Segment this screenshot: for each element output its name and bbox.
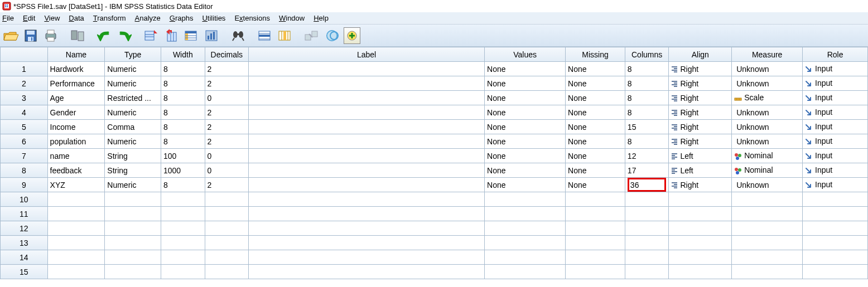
row-header[interactable]: 1 (1, 62, 48, 76)
row-header[interactable]: 5 (1, 120, 48, 134)
cell-columns[interactable]: 8 (625, 91, 669, 105)
find-icon[interactable] (230, 27, 247, 44)
cell-decimals[interactable]: 2 (205, 105, 249, 120)
row-header[interactable]: 15 (1, 265, 48, 279)
table-row-empty[interactable]: 11 (1, 207, 868, 221)
cell-type[interactable]: String (105, 163, 161, 178)
cell-type[interactable]: Comma (105, 120, 161, 134)
cell-role[interactable]: Input (803, 105, 868, 120)
menu-file[interactable]: File (2, 14, 14, 22)
row-header[interactable]: 10 (1, 192, 48, 207)
cell-label[interactable] (249, 105, 485, 120)
cell-missing[interactable]: None (566, 91, 625, 105)
cell-label[interactable] (249, 62, 485, 76)
variable-view-grid[interactable]: Name Type Width Decimals Label Values Mi… (0, 47, 868, 279)
col-header-type[interactable]: Type (105, 47, 161, 62)
cell-measure[interactable]: Unknown (732, 62, 803, 76)
menu-extensions[interactable]: Extensions (234, 14, 270, 22)
row-header[interactable]: 8 (1, 163, 48, 178)
cell-missing[interactable]: None (566, 76, 625, 91)
table-row-empty[interactable]: 12 (1, 221, 868, 236)
cell-name[interactable]: Performance (47, 76, 105, 91)
cell-align[interactable]: Right (669, 76, 732, 91)
cell-role[interactable]: Input (803, 91, 868, 105)
row-header[interactable]: 9 (1, 178, 48, 192)
cell-role[interactable]: Input (803, 62, 868, 76)
cell-width[interactable]: 8 (161, 76, 205, 91)
menu-graphs[interactable]: Graphs (170, 14, 194, 22)
table-row[interactable]: 5IncomeComma82NoneNone15RightUnknownInpu… (1, 120, 868, 134)
cell-align[interactable]: Left (669, 149, 732, 163)
table-row-empty[interactable]: 14 (1, 250, 868, 265)
cell-type[interactable]: String (105, 149, 161, 163)
cell-label[interactable] (249, 76, 485, 91)
col-header-columns[interactable]: Columns (625, 47, 669, 62)
col-header-name[interactable]: Name (47, 47, 105, 62)
open-icon[interactable] (2, 27, 19, 44)
table-row-empty[interactable]: 10 (1, 192, 868, 207)
cell-missing[interactable]: None (566, 120, 625, 134)
cell-decimals[interactable]: 2 (205, 178, 249, 192)
cell-role[interactable]: Input (803, 178, 868, 192)
cell-columns[interactable]: 8 (625, 134, 669, 149)
goto-case-icon[interactable] (143, 27, 160, 44)
undo-icon[interactable] (96, 27, 113, 44)
cell-name[interactable]: name (47, 149, 105, 163)
cell-type[interactable]: Numeric (105, 178, 161, 192)
cell-measure[interactable]: Unknown (732, 76, 803, 91)
table-row[interactable]: 2PerformanceNumeric82NoneNone8RightUnkno… (1, 76, 868, 91)
cell-width[interactable]: 8 (161, 105, 205, 120)
cell-type[interactable]: Numeric (105, 105, 161, 120)
table-row-empty[interactable]: 13 (1, 236, 868, 250)
cell-name[interactable]: population (47, 134, 105, 149)
cell-columns[interactable]: 15 (625, 120, 669, 134)
cell-type[interactable]: Numeric (105, 76, 161, 91)
cell-values[interactable]: None (485, 91, 566, 105)
cell-name[interactable]: Hardwork (47, 62, 105, 76)
cell-role[interactable]: Input (803, 163, 868, 178)
cell-role[interactable]: Input (803, 134, 868, 149)
col-header-width[interactable]: Width (161, 47, 205, 62)
row-header[interactable]: 2 (1, 76, 48, 91)
cell-measure[interactable]: Unknown (732, 120, 803, 134)
cell-role[interactable]: Input (803, 149, 868, 163)
cell-columns[interactable]: 12 (625, 149, 669, 163)
cell-values[interactable]: None (485, 120, 566, 134)
cell-columns[interactable]: 36 (625, 178, 669, 192)
table-row[interactable]: 4GenderNumeric82NoneNone8RightUnknownInp… (1, 105, 868, 120)
cell-missing[interactable]: None (566, 134, 625, 149)
cell-role[interactable]: Input (803, 120, 868, 134)
cell-align[interactable]: Right (669, 120, 732, 134)
redo-icon[interactable] (116, 27, 133, 44)
cell-missing[interactable]: None (566, 178, 625, 192)
insert-variable-icon[interactable] (277, 27, 293, 44)
goto-variable-icon[interactable] (163, 27, 180, 44)
cell-values[interactable]: None (485, 105, 566, 120)
insert-case-icon[interactable] (257, 27, 273, 44)
table-row[interactable]: 6populationNumeric82NoneNone8RightUnknow… (1, 134, 868, 149)
cell-align[interactable]: Right (669, 91, 732, 105)
cell-measure[interactable]: Unknown (732, 178, 803, 192)
row-header[interactable]: 12 (1, 221, 48, 236)
col-header-label[interactable]: Label (249, 47, 485, 62)
cell-type[interactable]: Numeric (105, 134, 161, 149)
menu-help[interactable]: Help (314, 14, 329, 22)
cell-measure[interactable]: Scale (732, 91, 803, 105)
cell-label[interactable] (249, 120, 485, 134)
cell-type[interactable]: Numeric (105, 62, 161, 76)
corner-cell[interactable] (1, 47, 48, 62)
cell-label[interactable] (249, 149, 485, 163)
col-header-role[interactable]: Role (803, 47, 868, 62)
cell-width[interactable]: 8 (161, 91, 205, 105)
col-header-decimals[interactable]: Decimals (205, 47, 249, 62)
col-header-measure[interactable]: Measure (732, 47, 803, 62)
cell-align[interactable]: Right (669, 105, 732, 120)
cell-decimals[interactable]: 2 (205, 76, 249, 91)
cell-columns[interactable]: 8 (625, 105, 669, 120)
cell-name[interactable]: feedback (47, 163, 105, 178)
cell-measure[interactable]: Nominal (732, 163, 803, 178)
cell-measure[interactable]: Unknown (732, 134, 803, 149)
cell-decimals[interactable]: 2 (205, 120, 249, 134)
row-header[interactable]: 6 (1, 134, 48, 149)
row-header[interactable]: 11 (1, 207, 48, 221)
